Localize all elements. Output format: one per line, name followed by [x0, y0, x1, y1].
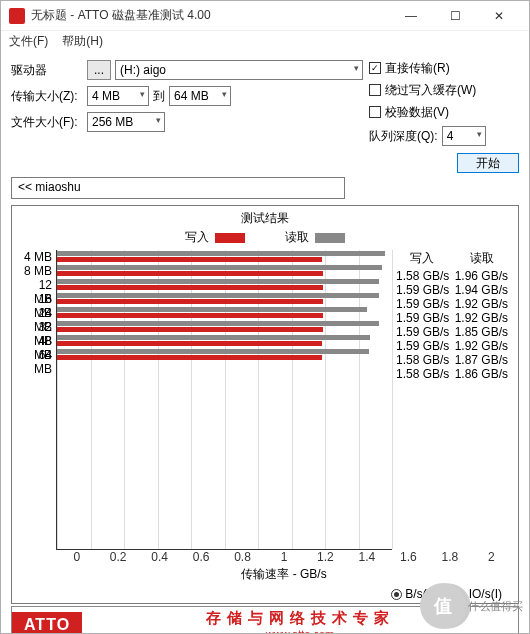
watermark: 值 什么值得买 — [420, 578, 530, 634]
description-input[interactable]: << miaoshu — [11, 177, 345, 199]
filesize-select[interactable]: 256 MB — [87, 112, 165, 132]
xfersize-label: 传输大小(Z): — [11, 88, 83, 105]
bar-chart — [56, 250, 392, 550]
values-column: 写入读取 1.58 GB/s1.96 GB/s1.59 GB/s1.94 GB/… — [392, 250, 512, 550]
drive-label: 驱动器 — [11, 62, 83, 79]
y-axis-labels: 4 MB8 MB12 MB16 MB24 MB32 MB48 MB64 MB — [18, 250, 56, 550]
bar-row — [57, 348, 392, 362]
to-label: 到 — [153, 88, 165, 105]
qd-label: 队列深度(Q): — [369, 128, 438, 145]
verify-checkbox[interactable]: 校验数据(V) — [369, 101, 519, 123]
minimize-button[interactable]: — — [389, 1, 433, 31]
qd-select[interactable]: 4 — [442, 126, 486, 146]
menu-help[interactable]: 帮助(H) — [62, 33, 103, 50]
close-button[interactable]: ✕ — [477, 1, 521, 31]
menu-file[interactable]: 文件(F) — [9, 33, 48, 50]
xfer-from-select[interactable]: 4 MB — [87, 86, 149, 106]
legend-write: 写入 — [185, 229, 245, 246]
browse-button[interactable]: ... — [87, 60, 111, 80]
bar-row — [57, 292, 392, 306]
direct-io-checkbox[interactable]: ✓直接传输(R) — [369, 57, 519, 79]
bar-row — [57, 320, 392, 334]
bypass-cache-checkbox[interactable]: 绕过写入缓存(W) — [369, 79, 519, 101]
bar-row — [57, 306, 392, 320]
atto-logo: ATTO — [12, 612, 82, 635]
app-icon — [9, 8, 25, 24]
filesize-label: 文件大小(F): — [11, 114, 83, 131]
xfer-to-select[interactable]: 64 MB — [169, 86, 231, 106]
bar-row — [57, 278, 392, 292]
drive-select[interactable]: (H:) aigo — [115, 60, 363, 80]
legend-read: 读取 — [285, 229, 345, 246]
start-button[interactable]: 开始 — [457, 153, 519, 173]
x-axis-ticks: 00.20.40.60.811.21.41.61.82 — [56, 550, 512, 564]
maximize-button[interactable]: ☐ — [433, 1, 477, 31]
window-title: 无标题 - ATTO 磁盘基准测试 4.00 — [31, 7, 389, 24]
results-panel: 测试结果 写入 读取 4 MB8 MB12 MB16 MB24 MB32 MB4… — [11, 205, 519, 604]
bar-row — [57, 334, 392, 348]
chart-title: 测试结果 — [18, 210, 512, 227]
bar-row — [57, 264, 392, 278]
bar-row — [57, 250, 392, 264]
